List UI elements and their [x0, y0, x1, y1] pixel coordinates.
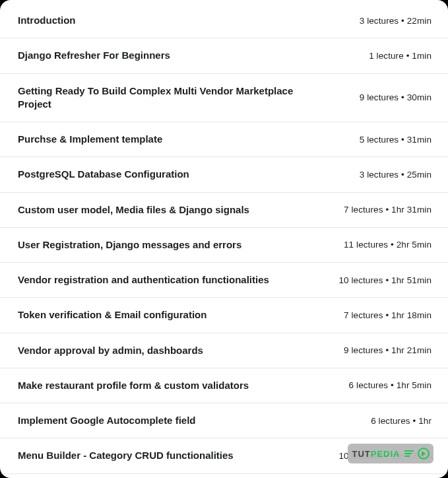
- section-row[interactable]: PostgreSQL Database Configuration3 lectu…: [0, 157, 448, 192]
- watermark-lines-icon: [404, 450, 414, 457]
- section-title: Getting Ready To Build Complex Multi Ven…: [18, 85, 302, 112]
- course-sections-card: Introduction3 lectures • 22minDjango Ref…: [0, 0, 448, 478]
- section-row[interactable]: User Registration, Django messages and e…: [0, 228, 448, 263]
- section-title: Purchse & Implement template: [18, 133, 302, 146]
- section-title: Vendor registration and authentication f…: [18, 273, 302, 287]
- section-title: User Registration, Django messages and e…: [18, 238, 302, 252]
- section-title: Django Refresher For Beginners: [18, 49, 302, 62]
- watermark-badge: TUTPEDIA: [348, 444, 433, 463]
- section-row[interactable]: Vendor registration and authentication f…: [0, 263, 448, 298]
- section-row[interactable]: Purchse & Implement template5 lectures •…: [0, 122, 448, 157]
- section-row[interactable]: Introduction3 lectures • 22min: [0, 7, 448, 38]
- section-row[interactable]: Token verification & Email configuration…: [0, 298, 448, 333]
- section-meta: 3 lectures • 22min: [360, 16, 432, 26]
- section-meta: 9 lectures • 1hr 21min: [344, 345, 432, 355]
- section-meta: 7 lectures • 1hr 18min: [344, 310, 432, 320]
- section-title: Custom user model, Media files & Django …: [18, 203, 302, 217]
- watermark-part2: PEDIA: [371, 449, 400, 459]
- sections-list: Introduction3 lectures • 22minDjango Ref…: [0, 7, 448, 474]
- section-meta: 3 lectures • 25min: [360, 170, 432, 180]
- section-title: Menu Builder - Category CRUD functionali…: [18, 449, 302, 462]
- section-row[interactable]: Custom user model, Media files & Django …: [0, 193, 448, 228]
- section-title: Introduction: [18, 14, 302, 27]
- section-meta: 5 lectures • 31min: [360, 135, 432, 145]
- section-meta: 7 lectures • 1hr 31min: [344, 205, 432, 215]
- section-row[interactable]: Make restaurant profile form & custom va…: [0, 368, 448, 403]
- section-meta: 6 lectures • 1hr: [371, 416, 432, 426]
- section-row[interactable]: Django Refresher For Beginners1 lecture …: [0, 38, 448, 73]
- watermark-text: TUTPEDIA: [352, 449, 400, 459]
- section-title: Vendor approval by admin, dashboards: [18, 344, 302, 357]
- section-title: Implement Google Autocomplete field: [18, 414, 302, 427]
- section-title: PostgreSQL Database Configuration: [18, 168, 302, 181]
- section-meta: 6 lectures • 1hr 5min: [349, 380, 432, 390]
- section-row[interactable]: Getting Ready To Build Complex Multi Ven…: [0, 74, 448, 123]
- section-row[interactable]: Vendor approval by admin, dashboards9 le…: [0, 333, 448, 368]
- section-meta: 9 lectures • 30min: [360, 92, 432, 102]
- section-row[interactable]: Implement Google Autocomplete field6 lec…: [0, 403, 448, 438]
- play-icon: [418, 448, 430, 460]
- section-meta: 10 lectures • 1hr 51min: [338, 275, 432, 285]
- section-meta: 1 lecture • 1min: [369, 51, 432, 61]
- section-meta: 11 lectures • 2hr 5min: [344, 240, 432, 250]
- section-title: Make restaurant profile form & custom va…: [18, 379, 302, 392]
- section-title: Token verification & Email configuration: [18, 308, 302, 322]
- watermark-part1: TUT: [352, 449, 370, 459]
